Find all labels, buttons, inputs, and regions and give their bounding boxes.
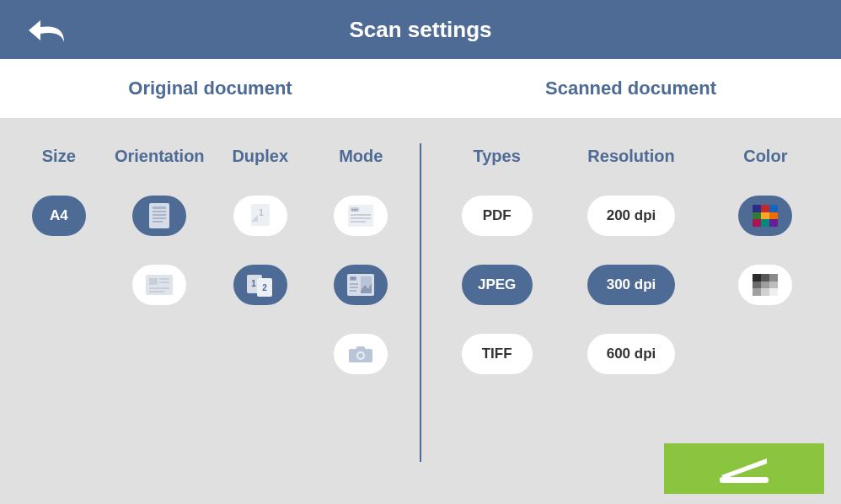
svg-rect-20 [351, 214, 371, 216]
back-button[interactable] [25, 15, 67, 49]
col-mode: Mode TXT [311, 135, 412, 374]
svg-text:2: 2 [262, 283, 267, 292]
svg-rect-9 [159, 281, 169, 283]
svg-rect-1 [153, 206, 166, 209]
section-scanned: Scanned document [420, 59, 841, 118]
svg-rect-11 [149, 291, 164, 292]
svg-rect-36 [753, 212, 761, 219]
orientation-landscape[interactable] [132, 265, 186, 305]
scanner-icon [715, 452, 774, 485]
back-arrow-icon [25, 15, 67, 46]
mode-text-icon: TXT [348, 205, 373, 227]
mode-photo[interactable] [334, 334, 388, 374]
color-grayscale[interactable] [738, 265, 792, 305]
svg-text:1: 1 [251, 279, 256, 288]
svg-rect-46 [761, 281, 769, 288]
color-color[interactable] [738, 196, 792, 236]
landscape-icon [146, 275, 173, 295]
svg-rect-42 [753, 274, 761, 281]
double-sided-icon: 1 2 [246, 272, 275, 298]
scan-button[interactable] [664, 443, 824, 494]
camera-icon [348, 344, 373, 364]
col-types: Types PDF JPEG TIFF [430, 135, 564, 374]
svg-rect-7 [149, 278, 158, 285]
svg-rect-37 [761, 212, 769, 219]
label-duplex: Duplex [232, 135, 288, 177]
svg-text:TXT: TXT [351, 208, 358, 212]
svg-rect-2 [153, 211, 166, 212]
svg-rect-39 [753, 219, 761, 227]
svg-rect-49 [761, 288, 769, 296]
svg-rect-3 [153, 214, 166, 216]
svg-text:TXT: TXT [351, 277, 356, 281]
col-duplex: Duplex 1 [210, 135, 311, 374]
portrait-icon [149, 203, 169, 228]
svg-point-32 [358, 353, 363, 358]
svg-rect-40 [761, 219, 769, 227]
svg-rect-28 [350, 283, 358, 285]
svg-rect-43 [761, 274, 769, 281]
mode-text[interactable]: TXT [334, 196, 388, 236]
type-pdf[interactable]: PDF [462, 196, 533, 236]
orientation-portrait[interactable] [132, 196, 186, 236]
mode-textphoto-icon: TXT [347, 274, 374, 296]
col-orientation: Orientation [110, 135, 211, 374]
label-types: Types [474, 135, 521, 177]
svg-rect-30 [350, 290, 356, 292]
duplex-double[interactable]: 1 2 [233, 265, 287, 305]
svg-rect-48 [753, 288, 761, 296]
color-swatch-icon [753, 205, 778, 227]
size-option-a4[interactable]: A4 [32, 196, 86, 236]
page-title: Scan settings [0, 17, 841, 43]
svg-rect-38 [769, 212, 778, 219]
type-jpeg[interactable]: JPEG [462, 265, 533, 305]
svg-rect-35 [769, 205, 778, 212]
svg-rect-44 [769, 274, 778, 281]
label-color: Color [743, 135, 787, 177]
svg-rect-5 [153, 221, 163, 223]
svg-rect-4 [153, 217, 166, 219]
res-600[interactable]: 600 dpi [587, 334, 675, 374]
svg-rect-45 [753, 281, 761, 288]
type-tiff[interactable]: TIFF [462, 334, 533, 374]
mode-text-photo[interactable]: TXT [334, 265, 388, 305]
header-bar: Scan settings [0, 0, 841, 59]
label-resolution: Resolution [587, 135, 674, 177]
res-200[interactable]: 200 dpi [587, 196, 675, 236]
col-size: Size A4 [8, 135, 110, 374]
label-mode: Mode [339, 135, 383, 177]
col-color: Color [699, 135, 833, 374]
svg-rect-29 [350, 287, 358, 288]
svg-rect-47 [769, 281, 778, 288]
label-orientation: Orientation [115, 135, 205, 177]
sections-bar: Original document Scanned document [0, 59, 841, 118]
main-area: Size A4 Orientation [0, 118, 841, 504]
col-resolution: Resolution 200 dpi 300 dpi 600 dpi [564, 135, 698, 374]
svg-rect-8 [159, 278, 169, 280]
svg-rect-41 [769, 219, 778, 227]
svg-rect-21 [351, 217, 371, 219]
duplex-single[interactable]: 1 [233, 196, 287, 236]
svg-rect-33 [753, 205, 761, 212]
grayscale-swatch-icon [753, 274, 778, 296]
svg-rect-34 [761, 205, 769, 212]
svg-rect-10 [149, 287, 169, 289]
original-panel: Size A4 Orientation [0, 118, 420, 504]
label-size: Size [42, 135, 76, 177]
section-original: Original document [0, 59, 420, 118]
res-300[interactable]: 300 dpi [587, 265, 675, 305]
svg-text:1: 1 [259, 208, 264, 217]
single-sided-icon: 1 [249, 203, 272, 228]
svg-rect-22 [351, 221, 366, 223]
svg-rect-51 [720, 477, 769, 483]
svg-rect-50 [769, 288, 778, 296]
